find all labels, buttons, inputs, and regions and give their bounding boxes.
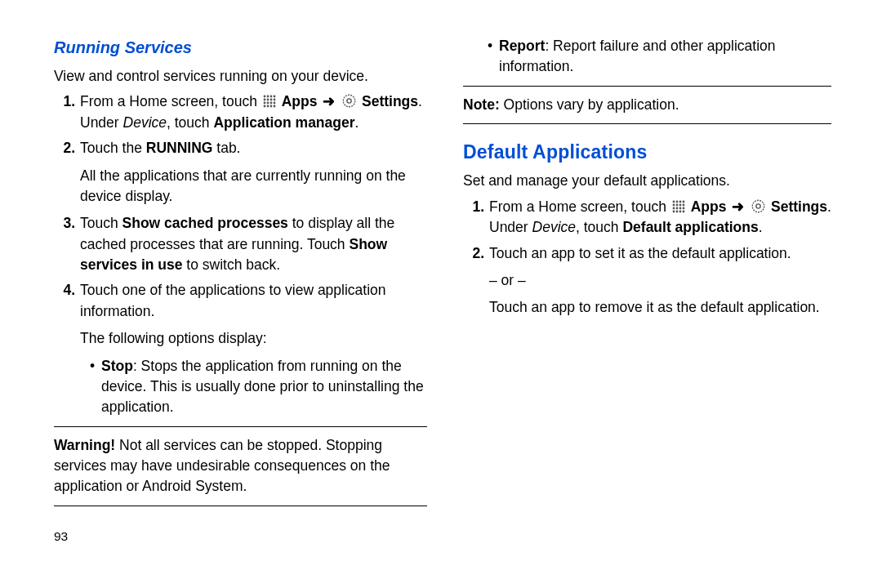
step-number: 2 <box>463 243 489 264</box>
under-mid: , touch <box>167 114 213 131</box>
t: tab. <box>212 140 240 156</box>
divider <box>463 123 831 124</box>
stop-label: Stop <box>101 358 133 374</box>
svg-point-30 <box>672 210 675 212</box>
left-column: Running Services View and control servic… <box>34 33 442 572</box>
apps-label: Apps <box>691 198 727 215</box>
settings-icon <box>342 94 356 108</box>
step-text: Touch the RUNNING tab. <box>80 138 427 158</box>
bullet-icon <box>90 356 101 418</box>
show-cached: Show cached processes <box>122 215 288 231</box>
divider <box>54 506 427 506</box>
report-label: Report <box>499 38 545 54</box>
manual-page: Running Services View and control servic… <box>0 0 882 588</box>
svg-point-20 <box>679 200 681 203</box>
svg-point-1 <box>266 96 269 98</box>
running-services-heading: Running Services <box>54 36 427 60</box>
svg-point-35 <box>756 204 760 208</box>
arrow-icon: ➜ <box>730 198 746 215</box>
t: Touch <box>80 215 122 231</box>
svg-point-14 <box>270 105 272 108</box>
running-step-4: 4 Touch one of the applications to view … <box>54 280 427 322</box>
running-intro: View and control services running on you… <box>54 66 427 87</box>
apps-label: Apps <box>282 93 318 109</box>
under-end: . <box>759 219 763 235</box>
svg-point-16 <box>343 96 354 107</box>
stop-text: : Stops the application from running on … <box>101 358 424 416</box>
divider <box>463 86 831 87</box>
note-text: Options vary by application. <box>500 96 679 113</box>
svg-point-26 <box>672 207 675 209</box>
svg-point-21 <box>682 200 684 203</box>
divider <box>54 426 427 427</box>
bullet-icon <box>488 36 499 78</box>
note-label: Note: <box>463 96 500 113</box>
t: to switch back. <box>183 256 281 273</box>
period: . <box>827 198 831 215</box>
text: From a Home screen, touch <box>80 93 261 109</box>
svg-point-28 <box>679 207 681 209</box>
running-step-3: 3 Touch Show cached processes to display… <box>54 213 427 275</box>
step-number: 3 <box>54 213 80 275</box>
step-text: Touch an app to set it as the default ap… <box>489 243 831 264</box>
svg-point-25 <box>682 203 684 206</box>
svg-point-3 <box>273 96 275 98</box>
step-number: 1 <box>463 197 489 238</box>
bullet-text: Stop: Stops the application from running… <box>101 356 427 418</box>
svg-point-13 <box>266 105 269 108</box>
svg-point-12 <box>263 105 265 108</box>
warning-label: Warning! <box>54 437 115 453</box>
running-step-1: 1 From a Home screen, touch Apps ➜ Setti… <box>54 91 427 133</box>
under-prefix: Under <box>80 114 123 131</box>
step2-alt: Touch an app to remove it as the default… <box>489 297 831 318</box>
svg-point-27 <box>675 207 678 209</box>
svg-point-7 <box>273 99 275 101</box>
step-text: Touch Show cached processes to display a… <box>80 213 427 275</box>
svg-point-18 <box>672 200 675 203</box>
running-steps: 1 From a Home screen, touch Apps ➜ Setti… <box>54 91 427 417</box>
svg-point-22 <box>672 203 675 206</box>
svg-point-4 <box>263 99 265 101</box>
svg-point-34 <box>752 200 764 212</box>
default-apps-steps: 1 From a Home screen, touch Apps ➜ Setti… <box>463 197 831 318</box>
svg-point-31 <box>675 210 678 212</box>
default-apps-heading: Default Applications <box>463 139 831 166</box>
step-text: From a Home screen, touch Apps ➜ Setting… <box>80 91 427 133</box>
settings-icon <box>751 199 765 213</box>
or-text: – or – <box>489 270 831 291</box>
apps-icon <box>263 95 276 108</box>
step-number: 2 <box>54 138 80 158</box>
running-step-2-sub: All the applications that are currently … <box>80 166 427 207</box>
step-text: From a Home screen, touch Apps ➜ Setting… <box>489 197 831 238</box>
under-mid: , touch <box>576 219 622 235</box>
svg-point-17 <box>347 99 351 103</box>
svg-point-2 <box>270 96 272 98</box>
page-number: 93 <box>54 528 427 546</box>
running-step-2: 2 Touch the RUNNING tab. <box>54 138 427 158</box>
svg-point-23 <box>675 203 678 206</box>
app-manager: Application manager <box>213 114 354 131</box>
svg-point-0 <box>263 96 265 98</box>
svg-point-33 <box>682 210 684 212</box>
bullet-stop: Stop: Stops the application from running… <box>90 356 427 418</box>
svg-point-5 <box>266 99 269 101</box>
period: . <box>418 93 422 109</box>
svg-point-32 <box>679 210 681 212</box>
apps-icon <box>672 200 685 213</box>
t: Touch the <box>80 140 146 156</box>
running-step-4-sub: The following options display: <box>80 328 427 349</box>
defapps-step-2: 2 Touch an app to set it as the default … <box>463 243 831 264</box>
bullet-text: Report: Report failure and other applica… <box>499 36 831 78</box>
svg-point-15 <box>273 105 275 108</box>
svg-point-10 <box>270 102 272 105</box>
default-apps: Default applications <box>622 219 758 235</box>
svg-point-8 <box>263 102 265 105</box>
step-number: 1 <box>54 91 80 133</box>
right-column: Report: Report failure and other applica… <box>442 33 849 572</box>
svg-point-9 <box>266 102 269 105</box>
svg-point-11 <box>273 102 275 105</box>
device-word: Device <box>123 114 167 131</box>
default-apps-intro: Set and manage your default applications… <box>463 171 831 191</box>
step-text: Touch one of the applications to view ap… <box>80 280 427 322</box>
svg-point-6 <box>270 99 272 101</box>
